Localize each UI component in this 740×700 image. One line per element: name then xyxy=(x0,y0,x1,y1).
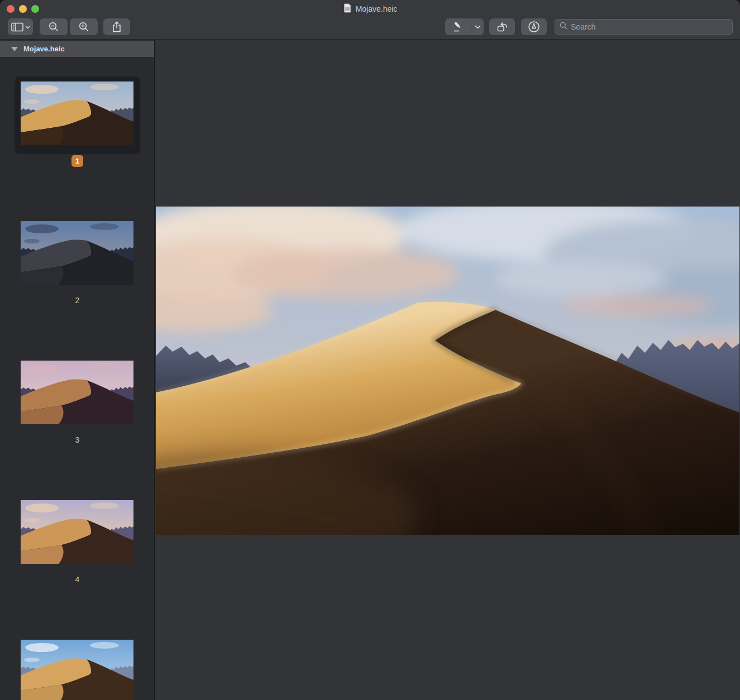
zoom-in-button[interactable] xyxy=(70,18,98,35)
close-button[interactable] xyxy=(7,5,15,13)
markup-toolbar-icon xyxy=(528,21,540,33)
share-icon xyxy=(112,21,122,32)
thumbnail-image[interactable] xyxy=(21,81,133,145)
page-number-label: 2 xyxy=(0,296,155,305)
search-icon xyxy=(560,22,567,32)
page-number: 3 xyxy=(75,435,80,444)
zoom-out-button[interactable] xyxy=(40,18,68,35)
thumbnail-page-1[interactable]: 1 xyxy=(0,58,155,198)
sidebar-toggle-icon xyxy=(11,22,30,32)
thumbnail-page-2[interactable]: 2 xyxy=(0,198,155,337)
document-icon xyxy=(343,3,352,15)
share-button[interactable] xyxy=(103,18,130,35)
main-image xyxy=(156,207,739,535)
thumbnail-image[interactable] xyxy=(21,500,133,564)
page-number: 1 xyxy=(71,155,83,167)
thumbnail-image[interactable] xyxy=(21,640,133,700)
rotate-left-icon xyxy=(496,21,508,32)
chevron-down-icon xyxy=(475,25,481,29)
minimize-button[interactable] xyxy=(19,5,27,13)
markup-pen-icon xyxy=(452,21,464,32)
markup-toolbar-button[interactable] xyxy=(521,18,547,35)
thumbnail-image[interactable] xyxy=(21,361,133,424)
sidebar-document-header[interactable]: Mojave.heic xyxy=(0,41,154,57)
main-content-area xyxy=(155,40,740,700)
thumbnail-image[interactable] xyxy=(21,221,133,285)
sidebar: Mojave.heic 1 xyxy=(0,40,155,700)
titlebar: Mojave.heic xyxy=(0,0,740,40)
disclosure-triangle-icon[interactable] xyxy=(11,47,18,51)
sidebar-document-label: Mojave.heic xyxy=(23,45,65,53)
thumbnail-page-3[interactable]: 3 xyxy=(0,337,155,477)
traffic-lights xyxy=(7,5,39,13)
page-number-label: 3 xyxy=(0,435,155,444)
preview-window: Mojave.heic xyxy=(0,0,740,700)
search-input[interactable] xyxy=(571,22,728,31)
search-field[interactable] xyxy=(555,19,733,35)
thumbnail-page-5[interactable]: 5 xyxy=(0,616,155,700)
rotate-left-button[interactable] xyxy=(489,18,515,35)
window-title: Mojave.heic xyxy=(343,3,398,15)
zoom-out-icon xyxy=(49,22,59,32)
zoom-in-icon xyxy=(79,22,89,32)
page-number-label: 1 xyxy=(0,156,155,165)
page-number: 4 xyxy=(75,575,80,584)
sidebar-toggle-button[interactable] xyxy=(8,18,33,35)
zoom-button[interactable] xyxy=(31,5,39,13)
page-number-label: 4 xyxy=(0,575,155,584)
page-number: 2 xyxy=(75,296,80,305)
markup-pen-button[interactable] xyxy=(445,18,471,35)
title-text: Mojave.heic xyxy=(356,4,398,13)
markup-options-button[interactable] xyxy=(471,18,484,35)
thumbnail-page-4[interactable]: 4 xyxy=(0,477,155,616)
